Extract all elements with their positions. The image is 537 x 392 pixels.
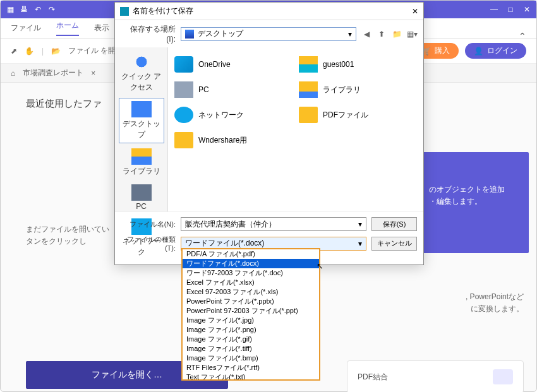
filetype-label: ファイルの種類(T): bbox=[121, 235, 176, 252]
view-menu-icon[interactable]: ▦▾ bbox=[407, 29, 417, 39]
filetype-option[interactable]: RTF Filesファイル(*.rtf) bbox=[183, 363, 319, 372]
menu-home[interactable]: ホーム bbox=[56, 20, 79, 36]
cancel-button[interactable]: キャンセル bbox=[371, 237, 417, 251]
folder-icon bbox=[299, 81, 318, 98]
redo-icon[interactable]: ↷ bbox=[47, 5, 56, 14]
open-folder-icon[interactable]: 📂 bbox=[51, 47, 61, 56]
filetype-option[interactable]: Image ファイル(*.tiff) bbox=[183, 344, 319, 353]
filetype-dropdown[interactable]: PDF/A ファイル(*.pdf)ワードファイル(*.docx)ワード97-20… bbox=[181, 248, 320, 381]
desktop-icon bbox=[185, 30, 194, 39]
filetype-option[interactable]: ワードファイル(*.docx) bbox=[183, 259, 319, 268]
filetype-option[interactable]: PowerPoint ファイル(*.pptx) bbox=[183, 297, 319, 306]
mouse-cursor: ↖ bbox=[317, 261, 323, 271]
file-item[interactable]: PDFファイル bbox=[299, 104, 417, 126]
filetype-option[interactable]: PowerPoint 97-2003 ファイル(*.ppt) bbox=[183, 306, 319, 316]
nav-up-icon[interactable]: ⬆ bbox=[377, 29, 387, 39]
place-pc[interactable]: PC bbox=[119, 182, 164, 213]
file-item[interactable]: OneDrive bbox=[174, 54, 293, 75]
minimize-icon[interactable]: ― bbox=[490, 5, 498, 14]
maximize-icon[interactable]: □ bbox=[506, 5, 515, 14]
menu-file[interactable]: ファイル bbox=[11, 23, 41, 33]
star-icon bbox=[131, 54, 152, 70]
filetype-option[interactable]: Excel 97-2003 ファイル(*.xls) bbox=[183, 287, 319, 297]
location-select[interactable]: デスクトップ▾ bbox=[181, 27, 356, 41]
convert-hint: , PowerPointなど に変換します。 bbox=[466, 291, 524, 315]
dialog-title: 名前を付けて保存 bbox=[133, 6, 193, 16]
filename-label: ファイル名(N): bbox=[121, 220, 176, 229]
file-item[interactable]: Wndershare用 bbox=[174, 129, 293, 151]
place-lib[interactable]: ライブラリ bbox=[119, 146, 164, 179]
undo-icon[interactable]: ↶ bbox=[33, 5, 42, 14]
save-as-dialog: 名前を付けて保存 ✕ 保存する場所(I): デスクトップ▾ ◀ ⬆ 📁 ▦▾ ク… bbox=[114, 2, 424, 265]
filetype-option[interactable]: ワード97-2003 ファイル(*.doc) bbox=[183, 268, 319, 278]
cursor-tool-icon[interactable]: ⬈ bbox=[11, 47, 17, 56]
hand-tool-icon[interactable]: ✋ bbox=[25, 47, 34, 56]
folder-icon bbox=[174, 56, 193, 73]
user-icon: 👤 bbox=[474, 47, 483, 56]
side-panel: のオブジェクトを追加 ・編集します。 bbox=[421, 152, 529, 253]
login-button[interactable]: 👤ログイン bbox=[465, 43, 526, 59]
dialog-close-icon[interactable]: ✕ bbox=[412, 7, 418, 16]
home-tab-icon[interactable]: ⌂ bbox=[11, 69, 15, 78]
print-icon[interactable]: 🖶 bbox=[20, 5, 28, 14]
filetype-option[interactable]: Excel ファイル(*.xlsx) bbox=[183, 278, 319, 287]
folder-icon bbox=[174, 107, 193, 123]
open-file-label: ファイル を開 bbox=[68, 45, 116, 56]
filename-input[interactable]: 販売代理店契約書（仲介）▾ bbox=[181, 217, 366, 231]
nav-back-icon[interactable]: ◀ bbox=[361, 29, 371, 39]
filetype-option[interactable]: Image ファイル(*.bmp) bbox=[183, 353, 319, 363]
save-button[interactable]: 保存(S) bbox=[371, 217, 417, 231]
filetype-option[interactable]: PDF/A ファイル(*.pdf) bbox=[183, 249, 319, 259]
filetype-option[interactable]: Text ファイル(*.txt) bbox=[183, 372, 319, 381]
places-bar: クイック アクセスデスクトップライブラリPCネットワーク bbox=[115, 47, 168, 211]
document-tab[interactable]: 市場調査レポート bbox=[23, 68, 83, 78]
lib-icon bbox=[131, 148, 152, 165]
file-item[interactable]: PC bbox=[174, 79, 293, 100]
folder-icon bbox=[299, 56, 318, 73]
file-item[interactable]: ネットワーク bbox=[174, 104, 293, 126]
place-star[interactable]: クイック アクセス bbox=[119, 51, 164, 95]
file-item[interactable]: ライブラリ bbox=[299, 79, 417, 100]
place-desk[interactable]: デスクトップ bbox=[119, 98, 164, 143]
file-item[interactable]: guest001 bbox=[299, 54, 417, 75]
filetype-option[interactable]: Image ファイル(*.jpg) bbox=[183, 316, 319, 325]
location-label: 保存する場所(I): bbox=[121, 24, 176, 44]
collapse-ribbon-icon[interactable]: ⌃ bbox=[519, 31, 526, 41]
desk-icon bbox=[131, 101, 152, 117]
filetype-option[interactable]: Image ファイル(*.png) bbox=[183, 325, 319, 335]
pc-icon bbox=[131, 184, 152, 201]
merge-icon bbox=[493, 369, 513, 384]
close-icon[interactable]: ✕ bbox=[522, 5, 531, 14]
folder-icon bbox=[299, 107, 318, 123]
dialog-app-icon bbox=[120, 7, 129, 16]
pdf-merge-card[interactable]: PDF結合 bbox=[347, 360, 524, 392]
folder-icon bbox=[174, 132, 193, 148]
app-icon: ▦ bbox=[6, 5, 15, 14]
new-folder-icon[interactable]: 📁 bbox=[392, 29, 402, 39]
filetype-option[interactable]: Image ファイル(*.gif) bbox=[183, 335, 319, 344]
file-list: OneDriveguest001PCライブラリネットワークPDFファイルWnde… bbox=[168, 47, 423, 211]
folder-icon bbox=[174, 81, 193, 98]
menu-view[interactable]: 表示 bbox=[94, 23, 109, 33]
tab-close-icon[interactable]: × bbox=[91, 69, 95, 78]
